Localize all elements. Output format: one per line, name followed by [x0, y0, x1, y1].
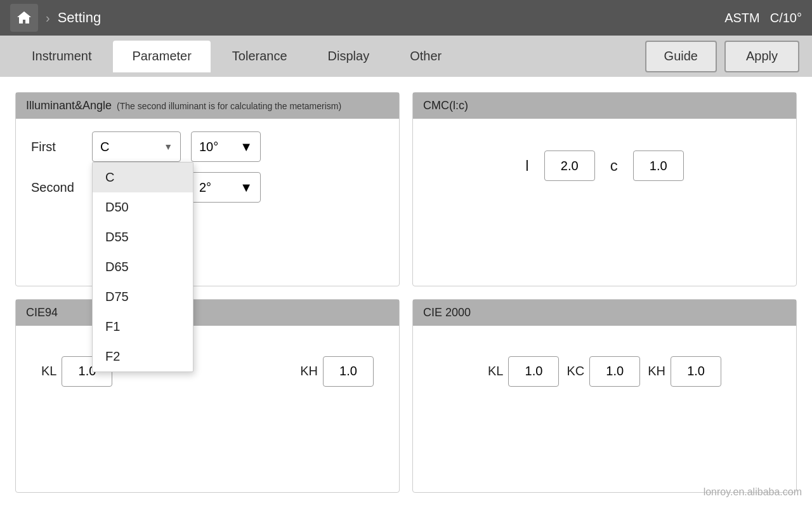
tabbar: Instrument Parameter Tolerance Display O… [0, 36, 812, 77]
cie2000-title: CIE 2000 [423, 306, 471, 319]
astm-label: ASTM [724, 11, 760, 25]
cmc-panel-header: CMC(l:c) [413, 93, 796, 119]
dropdown-option-d65[interactable]: D65 [93, 252, 193, 282]
tab-display[interactable]: Display [309, 41, 389, 72]
cie2000-kl-item: KL [488, 356, 559, 387]
cie2000-kl-label: KL [488, 364, 503, 378]
first-illuminant-row: First C ▼ C D50 D55 D65 D75 F1 F2 [31, 131, 384, 162]
first-illuminant-dropdown[interactable]: C ▼ [92, 131, 181, 162]
cmc-l-input[interactable] [544, 150, 595, 181]
home-icon [15, 9, 33, 27]
content-area: Illuminant&Angle (The second illuminant … [0, 77, 812, 508]
dropdown-option-d55[interactable]: D55 [93, 222, 193, 252]
second-angle-value: 2° [199, 180, 211, 195]
cmc-panel: CMC(l:c) l c [412, 92, 797, 286]
cie2000-kh-input[interactable] [671, 356, 721, 387]
cie94-panel: CIE94 KL KH [15, 299, 400, 493]
first-illuminant-dropdown-wrap: C ▼ C D50 D55 D65 D75 F1 F2 [92, 131, 181, 162]
second-label: Second [31, 180, 82, 195]
illuminant-panel-header: Illuminant&Angle (The second illuminant … [16, 93, 399, 119]
cie2000-kc-label: KC [566, 364, 584, 378]
guide-button[interactable]: Guide [645, 41, 717, 72]
cmc-l-label: l [525, 157, 528, 175]
first-angle-dropdown[interactable]: 10° ▼ [191, 131, 261, 162]
cie94-kh-label: KH [300, 364, 318, 378]
cie2000-panel-body: KL KC KH [413, 326, 796, 417]
tab-other[interactable]: Other [391, 41, 461, 72]
dropdown-option-c[interactable]: C [93, 163, 193, 192]
tab-instrument[interactable]: Instrument [13, 41, 110, 72]
dropdown-option-f2[interactable]: F2 [93, 342, 193, 371]
cie94-kh-item: KH [300, 356, 374, 387]
page-title: Setting [58, 10, 720, 26]
cmc-title: CMC(l:c) [423, 99, 468, 112]
cie94-kh-input[interactable] [323, 356, 374, 387]
cmc-c-input[interactable] [633, 150, 684, 181]
chevron-down-icon: ▼ [164, 142, 173, 152]
dropdown-option-d50[interactable]: D50 [93, 192, 193, 222]
cie2000-kc-item: KC [566, 356, 640, 387]
cie94-panel-header: CIE94 [16, 300, 399, 326]
home-button[interactable] [10, 4, 38, 32]
topbar-right: ASTM C/10° [724, 11, 802, 25]
cie2000-panel: CIE 2000 KL KC KH [412, 299, 797, 493]
illuminant-dropdown-menu: C D50 D55 D65 D75 F1 F2 [92, 162, 193, 372]
apply-button[interactable]: Apply [724, 41, 799, 72]
cie2000-values-row: KL KC KH [428, 338, 781, 404]
breadcrumb-chevron: › [46, 11, 50, 25]
angle-label: C/10° [770, 11, 802, 25]
cie94-values-row: KL KH [31, 338, 384, 404]
second-angle-dropdown[interactable]: 2° ▼ [191, 172, 261, 203]
dropdown-option-f1[interactable]: F1 [93, 312, 193, 342]
cie2000-kc-input[interactable] [589, 356, 640, 387]
first-illuminant-value: C [100, 140, 109, 154]
tab-parameter[interactable]: Parameter [113, 41, 210, 72]
cie2000-kh-label: KH [648, 364, 665, 378]
first-label: First [31, 140, 82, 154]
first-angle-value: 10° [199, 140, 218, 154]
topbar: › Setting ASTM C/10° [0, 0, 812, 36]
cmc-panel-body: l c [413, 119, 796, 213]
cmc-c-label: c [610, 157, 618, 175]
cie2000-panel-header: CIE 2000 [413, 300, 796, 326]
chevron-down-icon-angle: ▼ [240, 140, 252, 154]
cie94-title: CIE94 [26, 306, 58, 319]
cmc-values-row: l c [428, 131, 781, 200]
tab-tolerance[interactable]: Tolerance [213, 41, 306, 72]
cie2000-kh-item: KH [648, 356, 721, 387]
cie94-kl-label: KL [41, 364, 56, 378]
illuminant-panel-body: First C ▼ C D50 D55 D65 D75 F1 F2 [16, 119, 399, 225]
cie94-panel-body: KL KH [16, 326, 399, 417]
dropdown-option-d75[interactable]: D75 [93, 282, 193, 312]
cie2000-kl-input[interactable] [508, 356, 559, 387]
chevron-down-icon-second-angle: ▼ [240, 180, 252, 195]
illuminant-panel: Illuminant&Angle (The second illuminant … [15, 92, 400, 286]
illuminant-subtitle: (The second illuminant is for calculatin… [117, 101, 341, 111]
second-illuminant-row: Second 2° ▼ [31, 172, 384, 203]
illuminant-title: Illuminant&Angle [26, 99, 112, 112]
